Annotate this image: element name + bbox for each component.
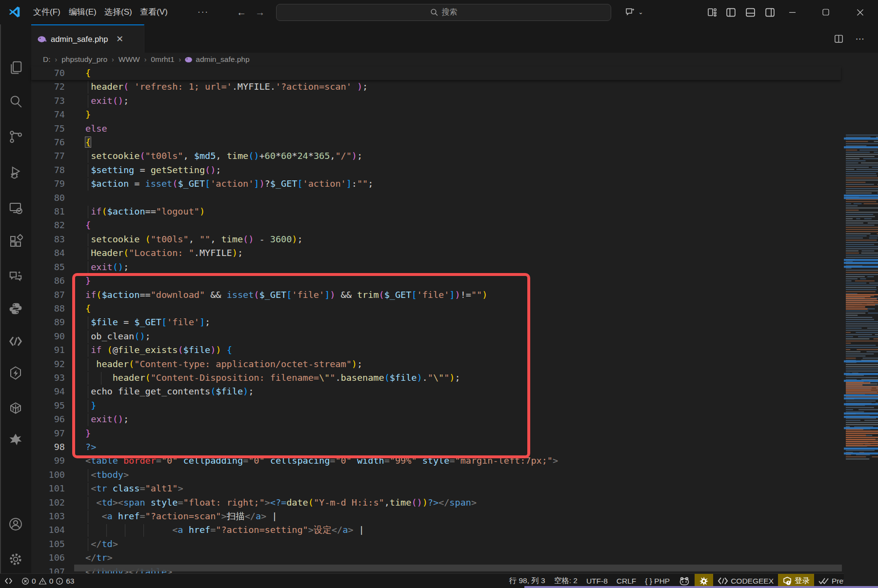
code-text: setcookie("t00ls", $md5, time()+60*60*24… bbox=[85, 149, 362, 163]
line-number: 78 bbox=[31, 163, 65, 177]
breadcrumb-separator: › bbox=[54, 56, 59, 63]
minimap[interactable] bbox=[844, 133, 878, 588]
php-file-icon bbox=[184, 55, 193, 64]
tab-bar: admin_safe.php ✕ ⋯ bbox=[31, 24, 878, 53]
indent-guide bbox=[88, 524, 88, 537]
code-line-105[interactable]: 105 </td> bbox=[31, 537, 878, 551]
codegeex-label: CODEGEEX bbox=[731, 577, 774, 586]
line-number: 100 bbox=[31, 468, 65, 482]
login-label: 登录 bbox=[795, 576, 810, 586]
code-line-104[interactable]: 104 <a href="?action=setting">设定</a> | bbox=[31, 523, 878, 537]
code-line-70[interactable]: 70{ bbox=[31, 66, 841, 80]
global-search-input[interactable]: 搜索 bbox=[276, 4, 611, 21]
activity-python-icon[interactable] bbox=[0, 297, 31, 320]
problems-indicator[interactable]: 0 0 63 bbox=[17, 574, 79, 588]
code-line-80[interactable]: 80 bbox=[31, 191, 878, 205]
breadcrumb-separator: › bbox=[110, 56, 116, 63]
code-line-82[interactable]: 82{ bbox=[31, 218, 878, 232]
red-highlight-annotation bbox=[72, 273, 530, 458]
copilot-chat-icon[interactable]: ⌄ bbox=[621, 5, 647, 20]
activity-remote-explorer-icon[interactable] bbox=[0, 196, 31, 220]
window-minimize-button[interactable] bbox=[781, 0, 803, 24]
activity-extensions-icon[interactable] bbox=[0, 230, 31, 253]
menu-more-ellipsis[interactable]: ··· bbox=[191, 0, 215, 24]
code-line-76[interactable]: 76{ bbox=[31, 136, 878, 149]
activity-run-debug-icon[interactable] bbox=[0, 160, 31, 184]
tab-label: admin_safe.php bbox=[51, 35, 108, 44]
indent-guide bbox=[88, 247, 88, 260]
code-line-83[interactable]: 83 setcookie ("t00ls", "", time() - 3600… bbox=[31, 233, 878, 246]
breadcrumb-item-adminsafephp[interactable]: admin_safe.php bbox=[195, 55, 250, 64]
customize-layout-icon[interactable] bbox=[704, 5, 720, 20]
tab-close-icon[interactable]: ✕ bbox=[114, 34, 125, 44]
code-line-100[interactable]: 100 <tbody> bbox=[31, 468, 878, 482]
line-number: 95 bbox=[31, 399, 65, 412]
menu-edit[interactable]: 编辑(E) bbox=[62, 0, 103, 24]
code-line-102[interactable]: 102 <td><span style="float: right;"><?=d… bbox=[31, 496, 878, 510]
toggle-primary-sidebar-icon[interactable] bbox=[722, 5, 739, 20]
code-line-106[interactable]: 106</tr> bbox=[31, 551, 878, 565]
activity-container-icon[interactable] bbox=[0, 396, 31, 420]
code-line-81[interactable]: 81 if($action=="logout") bbox=[31, 205, 878, 218]
menu-file[interactable]: 文件(F) bbox=[27, 0, 67, 24]
breadcrumb-item-d[interactable]: D: bbox=[42, 55, 52, 64]
code-text: $action = isset($_GET['action'])?$_GET['… bbox=[85, 177, 373, 191]
activity-pinwheel-icon[interactable] bbox=[0, 428, 31, 451]
nav-back-arrow[interactable]: ← bbox=[234, 5, 249, 20]
indent-guide bbox=[88, 206, 88, 218]
line-number: 79 bbox=[31, 177, 65, 191]
window-close-button[interactable] bbox=[849, 0, 871, 24]
account-icon[interactable] bbox=[0, 512, 31, 536]
code-line-73[interactable]: 73 exit(); bbox=[31, 94, 878, 108]
breadcrumb-item-0mrht1[interactable]: 0mrht1 bbox=[150, 55, 175, 64]
menu-selection[interactable]: 选择(S) bbox=[98, 0, 139, 24]
code-line-74[interactable]: 74} bbox=[31, 108, 878, 121]
line-number: 91 bbox=[31, 343, 65, 357]
code-line-79[interactable]: 79 $action = isset($_GET['action'])?$_GE… bbox=[31, 177, 878, 191]
activity-source-control-icon[interactable] bbox=[0, 125, 31, 148]
split-editor-icon[interactable] bbox=[831, 32, 846, 45]
line-number: 88 bbox=[31, 302, 65, 315]
horizontal-scrollbar-thumb[interactable] bbox=[74, 565, 842, 571]
code-line-77[interactable]: 77 setcookie("t00ls", $md5, time()+60*60… bbox=[31, 149, 878, 163]
settings-gear-icon[interactable] bbox=[0, 548, 31, 571]
code-text: } bbox=[85, 108, 91, 121]
code-line-101[interactable]: 101 <tr class="alt1"> bbox=[31, 482, 878, 495]
line-number: 99 bbox=[31, 454, 65, 468]
line-number: 72 bbox=[31, 80, 65, 94]
breadcrumb-item-www[interactable]: WWW bbox=[118, 55, 141, 64]
code-line-78[interactable]: 78 $setting = getSetting(); bbox=[31, 163, 878, 177]
code-text: if($action=="logout") bbox=[85, 205, 205, 218]
activity-codegeex-icon[interactable] bbox=[0, 330, 31, 353]
nav-forward-arrow[interactable]: → bbox=[253, 5, 267, 20]
code-line-75[interactable]: 75else bbox=[31, 122, 878, 136]
code-line-72[interactable]: 72 header( 'refresh: 1; url='.MYFILE.'?a… bbox=[31, 80, 878, 94]
line-number: 97 bbox=[31, 427, 65, 440]
code-line-84[interactable]: 84 Header("Location: ".MYFILE); bbox=[31, 246, 878, 260]
line-number: 81 bbox=[31, 205, 65, 218]
code-text: <tbody> bbox=[85, 468, 129, 482]
window-maximize-button[interactable] bbox=[815, 0, 837, 24]
vscode-logo-icon bbox=[8, 5, 21, 19]
indent-guide bbox=[125, 524, 125, 537]
code-line-103[interactable]: 103 <a href="?action=scan">扫描</a> | bbox=[31, 510, 878, 523]
toggle-panel-icon[interactable] bbox=[742, 5, 758, 20]
activity-search-icon[interactable] bbox=[0, 90, 31, 113]
toggle-secondary-sidebar-icon[interactable] bbox=[761, 5, 778, 20]
line-number: 80 bbox=[31, 191, 65, 205]
line-number: 89 bbox=[31, 315, 65, 329]
line-number: 83 bbox=[31, 233, 65, 246]
tab-admin-safe-php[interactable]: admin_safe.php ✕ bbox=[31, 24, 144, 53]
activity-explorer-icon[interactable] bbox=[0, 56, 31, 79]
code-text: </td> bbox=[85, 537, 118, 551]
editor-actions-more-icon[interactable]: ⋯ bbox=[853, 32, 867, 45]
indent-guide bbox=[106, 524, 107, 537]
menu-view[interactable]: 查看(V) bbox=[134, 0, 174, 24]
breadcrumb-item-phpstudypro[interactable]: phpstudy_pro bbox=[60, 55, 108, 64]
code-text: else bbox=[85, 122, 107, 136]
code-line-85[interactable]: 85 exit(); bbox=[31, 260, 878, 274]
activity-thunder-client-icon[interactable] bbox=[0, 361, 31, 385]
line-number: 94 bbox=[31, 385, 65, 398]
activity-chat-sparkle-icon[interactable] bbox=[0, 265, 31, 288]
remote-indicator[interactable] bbox=[0, 574, 17, 588]
